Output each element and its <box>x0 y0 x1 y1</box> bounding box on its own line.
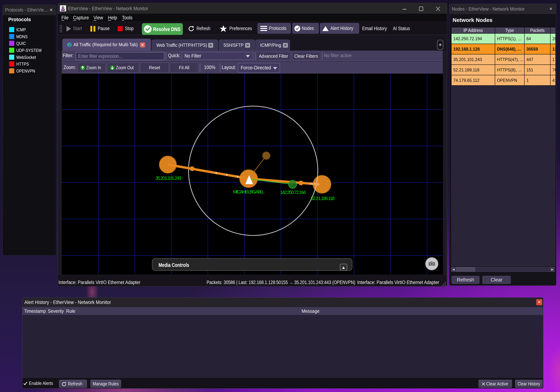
svg-text:EtherView: EtherView <box>61 10 65 11</box>
svg-text:MICAHELBGAB0...: MICAHELBGAB0... <box>233 189 265 195</box>
svg-text:142.250.72.194: 142.250.72.194 <box>280 190 306 195</box>
svg-text:35.201.101.243: 35.201.101.243 <box>155 175 181 181</box>
svg-text:52.21.189.118: 52.21.189.118 <box>311 196 335 201</box>
